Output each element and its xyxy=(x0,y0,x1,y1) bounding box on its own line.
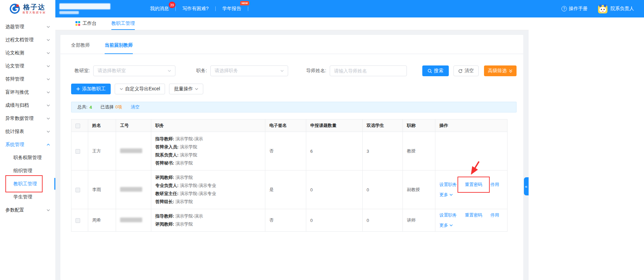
logo-text: 格子达 教育大数据专家 xyxy=(22,3,46,14)
chevron-down-icon xyxy=(47,104,50,106)
sidebar-item-statistics-report[interactable]: 统计报表 xyxy=(0,125,55,138)
clear-button[interactable]: 清空 xyxy=(453,65,479,76)
chevron-up-icon xyxy=(47,144,50,146)
sidebar-item-abnormal-data[interactable]: 异常数据管理 xyxy=(0,112,55,125)
advanced-filter-label: 高级筛选 xyxy=(488,68,507,74)
sidebar-item-label: 统计报表 xyxy=(5,129,24,135)
operation-manual-link[interactable]: ? 操作手册 xyxy=(561,6,588,12)
select-all-checkbox[interactable] xyxy=(75,124,80,128)
row-checkbox[interactable] xyxy=(75,149,80,154)
active-indicator xyxy=(54,178,55,190)
export-excel-button[interactable]: 自定义导出Excel xyxy=(115,84,165,94)
more-link[interactable]: 更多 xyxy=(439,192,448,198)
sidebar-item-label: 选题管理 xyxy=(5,24,24,30)
avatar xyxy=(598,4,608,14)
col-title: 职称 xyxy=(403,120,435,132)
chevron-down-icon xyxy=(47,26,50,28)
row-checkbox[interactable] xyxy=(75,218,80,223)
nav-my-messages[interactable]: 我的消息 39 xyxy=(150,6,169,12)
set-position-link[interactable]: 设置职务 xyxy=(439,212,457,218)
export-excel-label: 自定义导出Excel xyxy=(125,86,160,92)
cell-title: 副教授 xyxy=(403,171,435,209)
add-staff-button[interactable]: 添加教职工 xyxy=(71,84,111,94)
sidebar-item-grades-archive[interactable]: 成绩与归档 xyxy=(0,99,55,112)
operation-manual-label: 操作手册 xyxy=(569,6,588,12)
sidebar-item-label: 成绩与归档 xyxy=(5,102,29,108)
main-area: 工作台 教职工管理 全部教师 当前届别教师 xyxy=(55,17,529,280)
search-button-label: 搜索 xyxy=(434,68,443,74)
tab-staff-management[interactable]: 教职工管理 xyxy=(111,17,135,30)
nav-annual-report[interactable]: 学年报告 NEW xyxy=(222,6,241,12)
sidebar-item-label: 职务权限管理 xyxy=(13,155,42,161)
cell-mutual-students: 3 xyxy=(363,132,403,171)
set-position-link[interactable]: 设置职务 xyxy=(439,182,457,188)
ops-line: 设置职务 重置密码 停用 xyxy=(439,212,503,218)
sidebar-item-params-config[interactable]: 参数配置 xyxy=(0,203,55,217)
nav-writing-help[interactable]: 写作有困难? xyxy=(182,6,209,12)
chevron-down-icon xyxy=(280,70,284,72)
disable-link[interactable]: 停用 xyxy=(490,182,499,188)
logo: 格子达 教育大数据专家 xyxy=(0,0,55,17)
chevron-down-icon xyxy=(47,52,50,54)
search-icon xyxy=(428,69,432,73)
sidebar-item-student-management[interactable]: 学生管理 xyxy=(0,190,55,203)
chevron-down-icon xyxy=(47,131,50,133)
chevron-down-icon xyxy=(47,39,50,41)
redacted-block xyxy=(59,3,110,9)
more-link[interactable]: 更多 xyxy=(439,222,448,228)
tab-current-term-teachers[interactable]: 当前届别教师 xyxy=(105,42,133,54)
row-checkbox[interactable] xyxy=(75,188,80,192)
sidebar-item-staff-management[interactable]: 教职工管理 xyxy=(0,177,55,190)
sidebar-item-label: 盲评与推优 xyxy=(5,89,29,95)
batch-operations-button[interactable]: 批量操作 xyxy=(169,84,203,94)
dept-select-placeholder: 请选择教研室 xyxy=(98,68,126,74)
sidebar-item-topic-management[interactable]: 选题管理 xyxy=(0,20,55,33)
chevron-down-icon xyxy=(47,91,50,93)
cell-roles: 指导教师: 演示学院-演示 答辩录入员: 演示学院 院系负责人: 演示学院 答辩… xyxy=(151,132,265,171)
selection-summary-bar: 总共: 4 已选择 0项 清空 xyxy=(71,102,517,112)
sidebar-item-blind-review[interactable]: 盲评与推优 xyxy=(0,86,55,99)
role-value: 演示学院 xyxy=(175,199,193,204)
ops-more-line: 更多 xyxy=(439,192,503,198)
position-filter-label: 职务: xyxy=(196,68,207,74)
cell-esignature: 是 xyxy=(265,171,306,209)
nav-my-messages-label: 我的消息 xyxy=(150,6,169,11)
total-count: 4 xyxy=(90,105,92,110)
role-value: 演示学院-演示专业 xyxy=(180,191,216,196)
sidebar-item-label: 教职工管理 xyxy=(13,181,37,187)
cell-operations: 设置职务 重置密码 xyxy=(435,171,507,209)
col-employee-id: 工号 xyxy=(116,120,151,132)
plus-icon xyxy=(76,87,80,91)
position-select[interactable]: 请选择职务 xyxy=(210,65,288,76)
cell-esignature: 否 xyxy=(265,209,306,232)
sidebar-item-defense-management[interactable]: 答辩管理 xyxy=(0,73,55,86)
staff-table: 姓名 工号 职务 电子签名 申报课题数量 双选学生 职称 操作 xyxy=(71,119,507,232)
dept-select[interactable]: 请选择教研室 xyxy=(93,65,175,76)
sidebar: 选题管理 过程文档管理 论文检测 论文管理 答辩管理 盲评与推优 xyxy=(0,17,55,280)
sidebar-item-thesis-check[interactable]: 论文检测 xyxy=(0,46,55,59)
screen: 格子达 教育大数据专家 我的消息 39 写作有困难? 学年报告 NEW xyxy=(0,0,644,280)
tab-workbench[interactable]: 工作台 xyxy=(75,17,97,30)
sidebar-item-thesis-management[interactable]: 论文管理 xyxy=(0,59,55,73)
tutor-name-input[interactable] xyxy=(330,65,407,76)
advanced-filter-button[interactable]: 高级筛选 xyxy=(484,65,517,76)
col-mutual-students: 双选学生 xyxy=(363,120,403,132)
search-button[interactable]: 搜索 xyxy=(422,65,449,76)
sidebar-item-process-docs[interactable]: 过程文档管理 xyxy=(0,33,55,46)
sidebar-item-system-management[interactable]: 系统管理 xyxy=(0,138,55,151)
role-key: 指导教师: xyxy=(155,214,174,219)
role-value: 演示学院-演示 xyxy=(175,136,203,141)
sidebar-item-role-permission[interactable]: 职务权限管理 xyxy=(0,151,55,164)
role-value: 演示学院 xyxy=(180,152,197,157)
reset-password-link[interactable]: 重置密码 xyxy=(465,212,482,218)
disable-link[interactable]: 停用 xyxy=(490,212,499,218)
tab-all-teachers[interactable]: 全部教师 xyxy=(71,42,90,54)
user-role-menu[interactable]: 院系负责人 xyxy=(598,4,634,14)
sidebar-collapse-handle[interactable]: « xyxy=(524,177,529,195)
role-value: 演示学院-演示专业 xyxy=(180,183,216,188)
reset-password-link[interactable]: 重置密码 xyxy=(465,182,482,187)
sidebar-item-organization[interactable]: 组织管理 xyxy=(0,164,55,177)
sidebar-item-label: 参数配置 xyxy=(5,207,24,213)
clear-selection-link[interactable]: 清空 xyxy=(131,104,140,110)
role-value: 演示学院 xyxy=(180,144,197,149)
